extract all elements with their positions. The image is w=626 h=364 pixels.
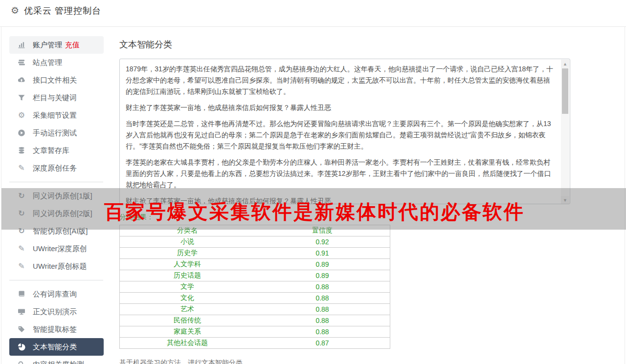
book-icon [17, 290, 26, 298]
sidebar-item-label: 栏目与关键词 [33, 93, 77, 103]
refresh-icon: ↻ [17, 192, 26, 200]
content-frame: 账户管理充值站点管理接口文件相关栏目与关键词⚙采集细节设置手动运行测试文章暂存库… [1, 27, 625, 364]
sidebar-item-label: UWriter原创标题 [33, 262, 87, 271]
sidebar-item-label: 公有词库查询 [33, 290, 77, 299]
sidebar-item[interactable]: 文本智能分类 [9, 338, 104, 356]
article-paragraph: 李莲英的老家在大城县李贾村，他的父亲是个勤劳本分的庄稼人，靠种田养活一家老小。李… [126, 157, 555, 191]
category-cell: 文化 [120, 293, 255, 304]
sidebar-item[interactable]: ↻同义词伪原创[1版] [9, 187, 104, 205]
scrollbar[interactable]: ▲ ▼ [561, 60, 569, 204]
table-row: 文化0.88 [120, 293, 390, 304]
sidebar-item[interactable]: 正文识别演示 [9, 303, 104, 321]
table-row: 其他社会话题0.87 [120, 338, 390, 349]
sidebar-item[interactable]: 内容相关度检测 [9, 356, 104, 364]
page-title: 文本智能分类 [119, 39, 625, 50]
pencil-icon: ✎ [17, 262, 26, 270]
pencil-icon: ✎ [17, 164, 26, 172]
article-paragraph: 当时李莲英还是二总管，这件事他再清楚不过。那么他为何还要冒险向慈禧请求出宫呢？主… [126, 118, 555, 152]
article-input[interactable]: 1879年，31岁的李莲英出任储秀宫四品花翎总管，成为慈禧身边的大红人。这年春天… [119, 59, 570, 204]
article-paragraph: 财主抢了李莲英家一亩地，他成慈禧亲信后如何报复？暴露人性丑恶 [126, 102, 555, 113]
footer-note: 基于机器学习的方法，进行文本智能分类。 [119, 359, 625, 364]
sidebar-item[interactable]: ✎UWriter原创标题 [9, 257, 104, 275]
classification-table: 分类名置信度 小说0.92历史学0.91人文学科0.89历史话题0.89文学0.… [119, 225, 390, 349]
cloud-upload-icon [17, 76, 26, 84]
confidence-cell: 0.88 [255, 281, 390, 293]
table-row: 民俗传统0.88 [120, 315, 390, 326]
sidebar-item-label: 采集细节设置 [33, 111, 77, 120]
article-paragraph: 财主抢了李莲英家一亩地，他成慈禧亲信后如何报复？暴露人性丑恶 [126, 195, 555, 204]
confidence-cell: 0.88 [255, 293, 390, 304]
sidebar-item[interactable]: ✎深度原创任务 [9, 159, 104, 177]
pie-chart-icon [17, 343, 26, 351]
confidence-cell: 0.87 [255, 338, 390, 349]
scrollbar-thumb[interactable] [562, 68, 568, 114]
pencil-icon: ✎ [17, 245, 26, 253]
sidebar-item[interactable]: 站点管理 [9, 54, 104, 71]
table-header-cell: 置信度 [255, 225, 390, 236]
confidence-cell: 0.88 [255, 315, 390, 326]
server-icon [17, 59, 26, 66]
scroll-down-icon[interactable]: ▼ [561, 196, 569, 204]
table-row: 艺术0.88 [120, 304, 390, 315]
category-cell: 艺术 [120, 304, 255, 315]
sidebar-item[interactable]: 智能提取标签 [9, 321, 104, 338]
sidebar-item[interactable]: 接口文件相关 [9, 71, 104, 89]
refresh-icon: ↻ [17, 210, 26, 217]
sidebar-item-label: 接口文件相关 [33, 76, 77, 85]
sidebar: 账户管理充值站点管理接口文件相关栏目与关键词⚙采集细节设置手动运行测试文章暂存库… [1, 27, 113, 364]
sidebar-item-label: 智能提取标签 [33, 325, 77, 334]
article-paragraph: 1879年，31岁的李莲英出任储秀宫四品花翎总管，成为慈禧身边的大红人。这年春天… [126, 64, 555, 97]
scroll-up-icon[interactable]: ▲ [561, 60, 569, 68]
category-cell: 文学 [120, 281, 255, 293]
sidebar-item-label: 深度原创任务 [33, 164, 77, 173]
confidence-cell: 0.88 [255, 326, 390, 338]
tag-icon [17, 325, 26, 333]
sidebar-item-label: 同义词伪原创[2版] [33, 209, 92, 218]
sidebar-item-label: 手动运行测试 [33, 128, 77, 138]
table-row: 历史话题0.89 [120, 270, 390, 281]
confidence-cell: 0.89 [255, 259, 390, 270]
sidebar-item-label: 同义词伪原创[1版] [33, 192, 92, 201]
sidebar-divider [9, 280, 103, 280]
database-icon [17, 147, 26, 154]
table-row: 家庭关系0.88 [120, 326, 390, 338]
sidebar-item-label: UWriter深度原创 [33, 244, 87, 254]
sidebar-item[interactable]: 栏目与关键词 [9, 89, 104, 107]
sidebar-item-label: 账户管理 [33, 41, 62, 50]
gear-icon: ⚙ [11, 5, 19, 17]
category-cell: 家庭关系 [120, 326, 255, 338]
sidebar-item-label: 站点管理 [33, 58, 62, 67]
sidebar-item[interactable]: 账户管理充值 [9, 36, 104, 54]
table-row: 文学0.88 [120, 281, 390, 293]
result-label: 分类结果： [119, 213, 625, 222]
sidebar-item[interactable]: ⚙采集细节设置 [9, 107, 104, 124]
category-cell: 人文学科 [120, 259, 255, 270]
article-text[interactable]: 1879年，31岁的李莲英出任储秀宫四品花翎总管，成为慈禧身边的大红人。这年春天… [120, 59, 561, 204]
sidebar-item[interactable]: 手动运行测试 [9, 124, 104, 142]
main-panel: 文本智能分类 1879年，31岁的李莲英出任储秀宫四品花翎总管，成为慈禧身边的大… [113, 27, 625, 364]
app-title: 优采云 管理控制台 [24, 5, 101, 17]
confidence-cell: 0.89 [255, 270, 390, 281]
category-cell: 民俗传统 [120, 315, 255, 326]
table-row: 人文学科0.89 [120, 259, 390, 270]
sidebar-item[interactable]: ↻智能伪原创[AI版] [9, 222, 104, 240]
sidebar-item-label: 内容相关度检测 [33, 360, 84, 364]
confidence-cell: 0.88 [255, 304, 390, 315]
sidebar-divider [9, 182, 103, 182]
play-icon [17, 129, 26, 137]
recharge-badge[interactable]: 充值 [65, 41, 80, 50]
category-cell: 历史话题 [120, 270, 255, 281]
sidebar-item[interactable]: 公有词库查询 [9, 285, 104, 303]
magnifier-icon [17, 361, 26, 364]
sidebar-item[interactable]: ✎UWriter深度原创 [9, 240, 104, 257]
sidebar-item-label: 文本智能分类 [33, 343, 77, 352]
category-cell: 其他社会话题 [120, 338, 255, 349]
confidence-cell: 0.91 [255, 248, 390, 259]
sidebar-item[interactable]: ↻同义词伪原创[2版] [9, 205, 104, 222]
table-header-row: 分类名置信度 [120, 225, 390, 236]
refresh-icon: ↻ [17, 227, 26, 235]
sidebar-item-label: 正文识别演示 [33, 307, 77, 317]
sidebar-item[interactable]: 文章暂存库 [9, 142, 104, 159]
sidebar-item-label: 智能伪原创[AI版] [33, 227, 88, 236]
funnel-icon [17, 94, 26, 102]
